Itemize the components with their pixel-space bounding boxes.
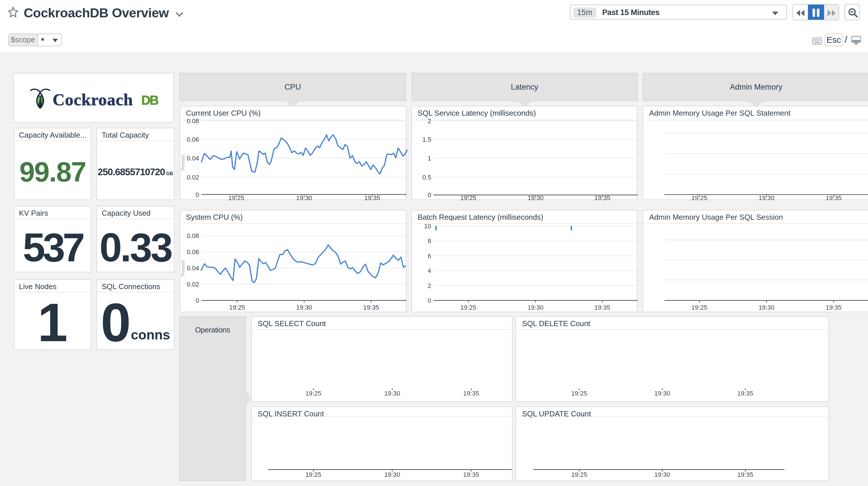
svg-text:19:30: 19:30 [296,304,312,311]
svg-text:0: 0 [427,191,431,199]
svg-text:19:25: 19:25 [229,304,245,311]
svg-text:0: 0 [427,297,431,304]
svg-text:Percent: Percent [180,260,185,277]
svg-text:19:30: 19:30 [384,390,400,397]
svg-text:19:25: 19:25 [305,390,321,397]
svg-text:2: 2 [427,282,431,289]
svg-text:0: 0 [195,191,199,198]
svg-text:19:30: 19:30 [759,304,775,311]
svg-text:1: 1 [427,155,431,162]
svg-text:19:25: 19:25 [571,390,587,397]
svg-text:10: 10 [424,223,431,230]
svg-text:19:30: 19:30 [296,194,312,201]
svg-text:19:25: 19:25 [460,194,476,201]
svg-text:19:35: 19:35 [594,194,610,201]
svg-text:8: 8 [427,237,431,245]
svg-text:19:25: 19:25 [460,304,476,311]
svg-text:19:35: 19:35 [364,194,380,201]
svg-text:2: 2 [427,117,431,124]
svg-text:4: 4 [427,267,431,275]
svg-text:19:35: 19:35 [594,304,610,311]
svg-text:0.08: 0.08 [187,117,199,124]
svg-text:Percent: Percent [180,154,185,171]
svg-text:19:25: 19:25 [228,194,244,201]
svg-text:19:35: 19:35 [737,390,753,397]
svg-text:0.04: 0.04 [187,264,199,272]
svg-text:19:30: 19:30 [384,471,400,478]
svg-text:19:25: 19:25 [692,194,708,201]
svg-text:6: 6 [427,252,431,260]
svg-text:19:35: 19:35 [463,390,479,397]
svg-text:0.08: 0.08 [187,232,199,239]
svg-text:19:30: 19:30 [527,194,543,201]
svg-text:0: 0 [195,297,199,304]
svg-text:19:25: 19:25 [571,471,587,478]
svg-text:0.04: 0.04 [187,155,199,162]
svg-text:19:30: 19:30 [654,471,670,478]
svg-text:19:35: 19:35 [363,304,379,311]
svg-text:0.5: 0.5 [422,174,431,181]
svg-text:1.5: 1.5 [422,136,431,143]
svg-text:19:25: 19:25 [305,471,321,478]
svg-text:19:30: 19:30 [759,194,775,201]
svg-text:0.06: 0.06 [187,136,199,143]
svg-text:19:35: 19:35 [737,471,753,478]
svg-text:19:35: 19:35 [826,194,842,201]
svg-text:19:25: 19:25 [692,304,708,311]
svg-text:0.02: 0.02 [187,281,199,288]
svg-text:19:35: 19:35 [463,471,479,478]
svg-text:19:30: 19:30 [654,390,670,397]
svg-text:19:35: 19:35 [826,304,842,311]
svg-text:0.02: 0.02 [187,174,199,181]
svg-text:0.06: 0.06 [187,248,199,256]
svg-text:19:30: 19:30 [527,304,543,311]
